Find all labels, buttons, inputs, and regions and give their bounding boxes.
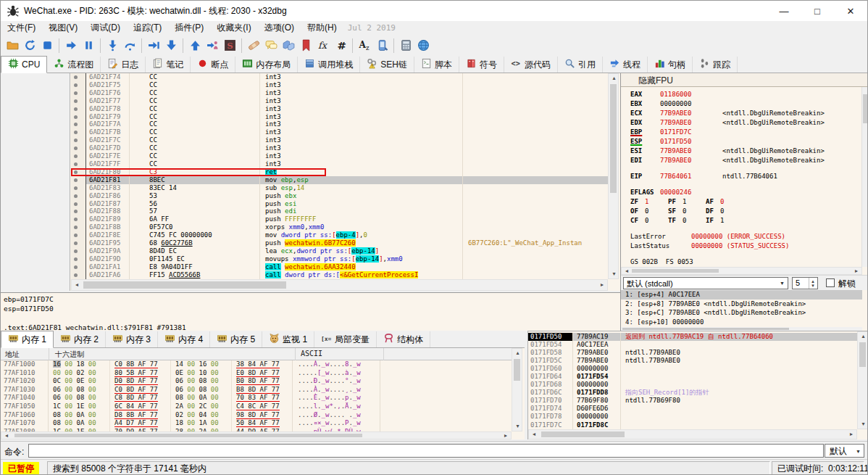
disasm-row[interactable]: 6AD21F74CCint3 xyxy=(71,73,608,81)
breakpoint-gutter[interactable] xyxy=(71,223,86,231)
stack-row[interactable]: 0171FD74D60FE6D6 xyxy=(528,405,857,413)
device-button[interactable] xyxy=(373,37,391,54)
disasm-row[interactable]: 6AD21F9D0F1145 ECmovups xmmword ptr ss:[… xyxy=(71,255,608,263)
breakpoint-gutter[interactable] xyxy=(71,160,86,168)
tab-流程图[interactable]: 流程图 xyxy=(47,57,101,73)
menu-item[interactable]: 帮助(H) xyxy=(301,21,343,35)
bookmark-button[interactable] xyxy=(297,37,314,54)
menu-item[interactable]: 调试(D) xyxy=(84,21,127,35)
tab-内存布局[interactable]: 内存布局 xyxy=(235,57,298,73)
tab-句柄[interactable]: 句柄 xyxy=(648,57,693,73)
tab-跟踪[interactable]: 跟踪 xyxy=(693,57,738,73)
disasm-row[interactable]: 6AD21F79CCint3 xyxy=(71,113,608,121)
breakpoint-gutter[interactable] xyxy=(71,247,86,255)
scroll-arrow-icon[interactable]: ◂ xyxy=(623,268,630,274)
scroll-arrow-icon[interactable]: ▾ xyxy=(514,424,522,429)
disasm-row[interactable]: 6AD21F7ECCint3 xyxy=(71,152,608,160)
registers-vertical-scrollbar[interactable] xyxy=(861,87,868,267)
register-row[interactable]: EBP0171FD7C xyxy=(621,128,862,137)
dump-tab-监视 1[interactable]: 监视 1 xyxy=(262,331,314,347)
dump-row[interactable]: 77AF10200C 00 0E 00D0 8D AF 7706 00 08 0… xyxy=(1,377,512,386)
scylla-button[interactable]: S xyxy=(221,37,238,54)
stack-row[interactable]: 0171FD6800000000 xyxy=(528,381,857,389)
dump-tab-内存 4[interactable]: 内存 4 xyxy=(158,331,210,347)
register-row[interactable]: ECX77B9ABE0<ntdll.DbgUiRemoteBreakin> xyxy=(621,109,862,118)
open-folder-button[interactable] xyxy=(4,37,21,54)
text-az-button[interactable]: Az xyxy=(356,37,373,54)
menu-item[interactable]: 插件(P) xyxy=(168,21,210,35)
breakpoint-gutter[interactable] xyxy=(71,152,86,160)
tab-日志[interactable]: 日志 xyxy=(101,57,146,73)
breakpoint-gutter[interactable] xyxy=(71,89,86,97)
register-row[interactable]: EAX01186000 xyxy=(621,90,862,99)
tab-断点[interactable]: 断点 xyxy=(191,57,235,73)
stack-row[interactable]: 0171FD6000000000 xyxy=(528,365,857,373)
stack-row[interactable]: 0171FD6C0171FDD8指向SEH_Record[1]的指针 xyxy=(528,389,857,397)
register-row[interactable]: EBX00000000 xyxy=(621,99,862,109)
stack-horizontal-scrollbar[interactable]: ◂▸ xyxy=(528,429,857,439)
call-arguments-list[interactable]: 1: [esp+4] A0C17EEA2: [esp+8] 77B9ABE0 <… xyxy=(621,290,862,327)
dump-tab-内存 2[interactable]: 内存 2 xyxy=(54,331,106,347)
dump-row[interactable]: 77AF100016 00 18 00C0 8B AF 7714 00 16 0… xyxy=(1,360,512,369)
dump-tab-局部变量[interactable]: [x=]局部变量 xyxy=(314,331,377,347)
disasm-row[interactable]: 6AD21F8B0F57C0xorps xmm0,xmm0 xyxy=(71,223,608,231)
argument-row[interactable]: 2: [esp+8] 77B9ABE0 <ntdll.DbgUiRemoteBr… xyxy=(621,300,862,309)
scroll-thumb[interactable] xyxy=(632,269,719,273)
command-profile-dropdown[interactable]: 默认 ▼ xyxy=(825,444,864,458)
dump-tab-内存 5[interactable]: 内存 5 xyxy=(210,331,262,347)
scroll-arrow-icon[interactable]: ▴ xyxy=(610,75,619,81)
breakpoint-gutter[interactable] xyxy=(71,239,86,247)
scroll-arrow-icon[interactable]: ▴ xyxy=(514,350,522,356)
memory-dump-pane[interactable]: 内存 1内存 2内存 3内存 4内存 5监视 1[x=]局部变量结构体 地址十六… xyxy=(1,331,525,439)
pause-button[interactable] xyxy=(80,37,97,54)
scroll-arrow-icon[interactable]: ◂ xyxy=(3,433,10,439)
menu-item[interactable]: 文件(F) xyxy=(1,21,42,35)
stack-pane[interactable]: 0171FD5077B9AC19返回到 ntdll.77B9AC19 自 ntd… xyxy=(527,331,868,439)
stepper-arrows-icon[interactable]: ▲▼ xyxy=(809,278,817,289)
tab-源代码[interactable]: <>源代码 xyxy=(504,57,558,73)
run-button[interactable] xyxy=(62,37,80,54)
tab-脚本[interactable]: 脚本 xyxy=(414,57,459,73)
dump-tab-内存 1[interactable]: 内存 1 xyxy=(1,331,54,348)
labels-button[interactable] xyxy=(280,37,297,54)
stack-row[interactable]: 0171FD5C77B9ABE0ntdll.77B9ABE0 xyxy=(528,357,857,365)
breakpoint-gutter[interactable] xyxy=(71,168,86,176)
disasm-row[interactable]: 6AD21F7CCCint3 xyxy=(71,136,608,144)
step-into-button[interactable] xyxy=(104,37,121,54)
stack-vertical-scrollbar[interactable]: ▴▾ xyxy=(857,331,868,429)
step-over-button[interactable] xyxy=(121,37,138,54)
disasm-row[interactable]: 6AD21F8EC745 FC 00000000mov dword ptr ss… xyxy=(71,231,608,239)
menu-item[interactable]: 视图(V) xyxy=(42,21,84,35)
disasm-row[interactable]: 6AD21F7BCCint3 xyxy=(71,128,608,136)
command-input[interactable] xyxy=(28,444,824,458)
registers-horizontal-scrollbar[interactable]: ◂▸ xyxy=(621,267,862,275)
dump-rows[interactable]: 77AF100016 00 18 00C0 8B AF 7714 00 16 0… xyxy=(1,360,512,431)
disasm-row[interactable]: 6AD21F896A FFpush FFFFFFFF xyxy=(71,215,608,223)
disassembly-pane[interactable]: 6AD21F74CCint36AD21F75CCint36AD21F76CCin… xyxy=(1,73,620,291)
breakpoint-gutter[interactable] xyxy=(71,184,86,192)
scroll-arrow-icon[interactable]: ▴ xyxy=(859,334,868,339)
dump-row[interactable]: 77AF106008 00 0A 00D8 8B AF 7702 00 04 0… xyxy=(1,411,512,420)
breakpoint-gutter[interactable] xyxy=(71,271,86,279)
disasm-row[interactable]: 6AD21F9568 60C2776Bpush wechatwin.6B77C2… xyxy=(71,239,608,247)
tab-符号[interactable]: 符号 xyxy=(459,57,504,73)
register-row[interactable]: ESP0171FD50 xyxy=(621,137,862,146)
disasm-row[interactable]: 6AD21F8756push esi xyxy=(71,200,608,208)
register-row[interactable]: EDI77B9ABE0<ntdll.DbgUiRemoteBreakin> xyxy=(621,156,862,165)
convention-select[interactable]: 默认 (stdcall) ▼ xyxy=(623,277,788,289)
maximize-button[interactable]: □ xyxy=(801,1,834,21)
scroll-thumb[interactable] xyxy=(14,434,362,437)
patch-button[interactable] xyxy=(245,37,262,54)
hide-fpu-button[interactable]: 隐藏FPU xyxy=(621,73,868,87)
scroll-arrow-icon[interactable]: ▸ xyxy=(598,282,606,288)
registers-pane[interactable]: 隐藏FPU EAX01186000EBX00000000ECX77B9ABE0<… xyxy=(620,73,868,331)
stack-row[interactable]: 0171FD7C0171FD8C xyxy=(528,421,857,429)
run-to-button[interactable] xyxy=(145,37,162,54)
stop-button[interactable] xyxy=(38,37,56,54)
scroll-arrow-icon[interactable]: ▸ xyxy=(502,433,509,439)
disasm-vertical-scrollbar[interactable]: ▴▾ xyxy=(608,73,619,279)
breakpoint-gutter[interactable] xyxy=(71,97,86,105)
breakpoint-gutter[interactable] xyxy=(71,81,86,89)
disasm-row[interactable]: 6AD21F77CCint3 xyxy=(71,97,608,105)
dump-row[interactable]: 77AF107008 00 0A 00A4 D7 AF 7718 00 1A 0… xyxy=(1,419,512,428)
